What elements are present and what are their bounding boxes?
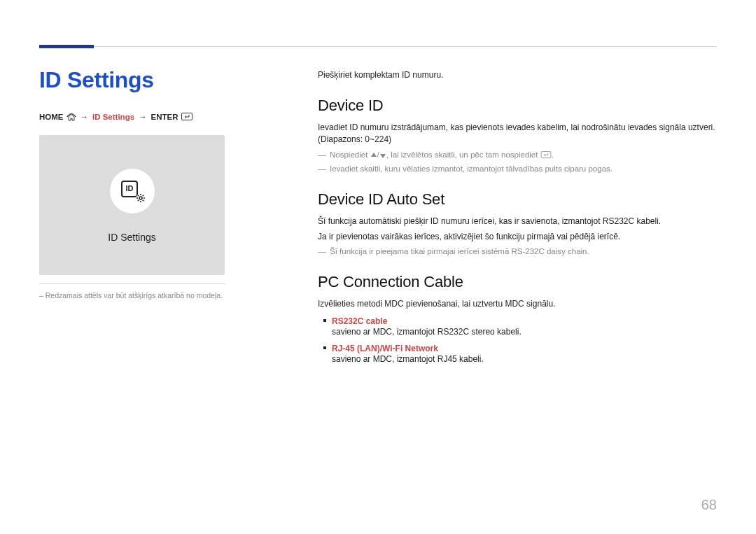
breadcrumb-mid: ID Settings [92, 113, 134, 121]
breadcrumb-arrow-1: → [80, 113, 89, 121]
section-device-id: Device ID Ievadiet ID numuru izstrādājum… [318, 97, 717, 175]
left-column: ID Settings HOME → ID Settings → ENTER I… [39, 67, 284, 300]
bullet-dot-icon [323, 319, 326, 322]
note1-end: . [552, 150, 554, 159]
bullet-title: RS232C cable [332, 316, 387, 326]
note1-prefix: Nospiediet [330, 150, 370, 159]
right-column: Piešķiriet komplektam ID numuru. Device … [318, 70, 717, 379]
device-id-note1: ― Nospiediet /, lai izvēlētos skaitli, u… [318, 149, 717, 161]
list-item: RJ-45 (LAN)/Wi-Fi Network savieno ar MDC… [332, 344, 717, 364]
auto-set-p1: Šī funkcija automātiski piešķir ID numur… [318, 216, 717, 227]
section-heading: Device ID Auto Set [318, 190, 717, 209]
note-dash-icon: ― [318, 246, 326, 258]
id-gear-icon: ID [118, 178, 146, 204]
auto-set-p2: Ja ir pievienotas vairākas ierīces, akti… [318, 231, 717, 243]
disclaimer-text: – Redzamais attēls var būt atšķirīgs atk… [39, 291, 284, 300]
bullet-desc: savieno ar MDC, izmantojot RS232C stereo… [332, 327, 717, 337]
svg-rect-0 [181, 113, 192, 120]
note2-text: Ievadiet skaitli, kuru vēlaties izmantot… [330, 163, 612, 175]
home-icon [66, 113, 76, 121]
enter-icon [540, 151, 552, 159]
auto-set-note1-text: Šī funkcija ir pieejama tikai pirmajai i… [330, 246, 589, 258]
card-divider [39, 283, 225, 284]
section-heading: PC Connection Cable [318, 273, 717, 291]
top-accent-bar [39, 45, 94, 48]
page-title: ID Settings [39, 67, 284, 93]
svg-text:ID: ID [125, 184, 133, 192]
up-arrow-icon [370, 152, 377, 159]
id-badge-circle: ID [110, 169, 155, 213]
section-heading: Device ID [318, 97, 717, 115]
bullet-title: RJ-45 (LAN)/Wi-Fi Network [332, 344, 438, 353]
down-arrow-icon [379, 152, 386, 159]
device-preview-card: ID ID Settings [39, 135, 225, 275]
intro-text: Piešķiriet komplektam ID numuru. [318, 70, 717, 80]
auto-set-note1: ― Šī funkcija ir pieejama tikai pirmajai… [318, 246, 717, 258]
note-dash-icon: ― [318, 149, 326, 161]
section-pc-cable: PC Connection Cable Izvēlieties metodi M… [318, 273, 717, 363]
bullet-desc: savieno ar MDC, izmantojot RJ45 kabeli. [332, 354, 717, 364]
bullet-list: RS232C cable savieno ar MDC, izmantojot … [332, 316, 717, 364]
card-label: ID Settings [108, 232, 155, 243]
breadcrumb-arrow-2: → [139, 113, 147, 121]
top-divider [94, 46, 717, 47]
page-number: 68 [701, 497, 717, 513]
note1-suffix: , lai izvēlētos skaitli, un pēc tam nosp… [386, 150, 540, 159]
enter-icon [181, 113, 192, 121]
breadcrumb-home: HOME [39, 113, 64, 121]
svg-rect-5 [541, 151, 551, 157]
breadcrumb: HOME → ID Settings → ENTER [39, 113, 284, 121]
list-item: RS232C cable savieno ar MDC, izmantojot … [332, 316, 717, 337]
device-id-p1: Ievadiet ID numuru izstrādājumam, kas pi… [318, 122, 717, 146]
pc-cable-p1: Izvēlieties metodi MDC pievienošanai, la… [318, 298, 717, 310]
bullet-dot-icon [323, 346, 326, 349]
note-dash-icon: ― [318, 163, 326, 175]
device-id-note2: ― Ievadiet skaitli, kuru vēlaties izmant… [318, 163, 717, 175]
section-auto-set: Device ID Auto Set Šī funkcija automātis… [318, 190, 717, 258]
breadcrumb-enter: ENTER [151, 113, 178, 121]
